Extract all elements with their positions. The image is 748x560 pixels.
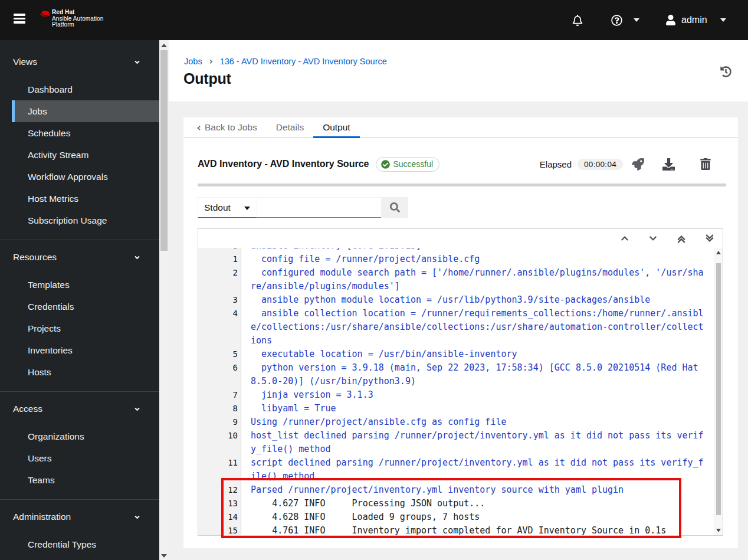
output-scrollbar-thumb[interactable] bbox=[716, 263, 721, 515]
log-line-number: 14 bbox=[198, 510, 238, 524]
status-badge[interactable]: Successful bbox=[376, 157, 439, 172]
output-scrollbar-down-arrow-icon[interactable] bbox=[716, 529, 721, 532]
tab-details[interactable]: Details bbox=[267, 117, 313, 137]
output-search-input[interactable] bbox=[257, 197, 381, 218]
log-line-number: 9 bbox=[198, 415, 238, 429]
sidebar-item-users[interactable]: Users bbox=[12, 447, 159, 469]
log-line-number: 4 bbox=[198, 307, 238, 320]
select-caret-down-icon bbox=[244, 207, 250, 210]
delete-button[interactable] bbox=[700, 158, 711, 170]
sidebar-section-administration[interactable]: Administration bbox=[0, 507, 159, 527]
log-line-text: libyaml = True bbox=[251, 402, 704, 415]
log-line-number: 11 bbox=[198, 456, 238, 470]
log-line-number: 13 bbox=[198, 497, 238, 510]
sidebar-scrollbar-down-arrow-icon[interactable] bbox=[161, 554, 167, 558]
output-log-header bbox=[198, 229, 723, 248]
sidebar-item-templates[interactable]: Templates bbox=[12, 274, 159, 296]
sidebar-item-workflow-approvals[interactable]: Workflow Approvals bbox=[12, 166, 159, 188]
sidebar-section-views[interactable]: Views bbox=[0, 52, 159, 72]
tab-back-to-jobs[interactable]: Back to Jobs bbox=[196, 117, 267, 137]
sidebar-item-credentials[interactable]: Credentials bbox=[12, 296, 159, 317]
chevron-down-icon bbox=[133, 254, 141, 261]
sidebar-item-teams[interactable]: Teams bbox=[12, 469, 159, 491]
scroll-next-button[interactable] bbox=[646, 231, 660, 245]
brand-text: Red Hat Ansible Automation Platform bbox=[52, 9, 103, 28]
scroll-first-button[interactable] bbox=[674, 231, 688, 245]
sidebar-scrollbar-up-arrow-icon[interactable] bbox=[161, 44, 167, 47]
log-line-number: 7 bbox=[198, 388, 238, 402]
help-menu-button[interactable] bbox=[606, 0, 645, 40]
sidebar-item-projects[interactable]: Projects bbox=[12, 317, 159, 339]
search-icon bbox=[390, 202, 400, 212]
redhat-fedora-icon bbox=[40, 10, 50, 18]
log-line-number: 2 bbox=[198, 266, 238, 280]
log-line-text: ansible-inventory [core 2.15.13] bbox=[251, 248, 704, 253]
log-line: 9 Using /runner/project/ansible.cfg as c… bbox=[198, 415, 714, 429]
log-line: 5 executable location = /usr/bin/ansible… bbox=[198, 348, 714, 361]
log-line-text: config file = /runner/project/ansible.cf… bbox=[251, 253, 704, 266]
scroll-previous-button[interactable] bbox=[618, 231, 632, 245]
log-line-text: Parsed /runner/project/inventory.yml inv… bbox=[251, 483, 704, 497]
rocket-icon bbox=[632, 158, 644, 171]
sidebar-divider bbox=[0, 499, 159, 500]
sidebar-scrollbar-thumb[interactable] bbox=[160, 50, 168, 251]
sidebar-item-organizations[interactable]: Organizations bbox=[12, 425, 159, 447]
sidebar-item-subscription-usage[interactable]: Subscription Usage bbox=[12, 209, 159, 231]
sidebar-item-dashboard[interactable]: Dashboard bbox=[12, 78, 159, 100]
log-line-text: 4.627 INFO Processing JSON output... bbox=[251, 497, 704, 510]
notifications-button[interactable] bbox=[566, 0, 589, 40]
sidebar-scrollbar[interactable] bbox=[159, 40, 169, 560]
output-search-button[interactable] bbox=[381, 197, 408, 218]
sidebar-nav-list: Views Dashboard Jobs Schedules Activity … bbox=[0, 40, 159, 560]
output-scrollbar[interactable] bbox=[714, 248, 723, 535]
log-line-text: Using /runner/project/ansible.cfg as con… bbox=[251, 415, 704, 429]
sidebar-item-jobs[interactable]: Jobs bbox=[12, 100, 159, 122]
output-filter-select[interactable]: Stdout bbox=[198, 197, 257, 218]
output-log-box: 0 ansible-inventory [core 2.15.13] 1 con… bbox=[198, 228, 723, 536]
log-line-text: script declined parsing /runner/project/… bbox=[251, 456, 704, 483]
sidebar-divider bbox=[0, 240, 159, 240]
scroll-last-button[interactable] bbox=[703, 231, 717, 245]
history-button[interactable] bbox=[720, 66, 731, 78]
sidebar-item-host-metrics[interactable]: Host Metrics bbox=[12, 188, 159, 209]
nav-toggle-button[interactable] bbox=[11, 11, 28, 28]
download-icon bbox=[662, 158, 675, 171]
page-title: Output bbox=[183, 70, 231, 87]
log-line: 8 libyaml = True bbox=[198, 402, 714, 415]
log-line-text: jinja version = 3.1.3 bbox=[251, 388, 704, 402]
user-menu-button[interactable]: admin bbox=[666, 0, 736, 40]
download-button[interactable] bbox=[662, 158, 675, 171]
double-chevron-up-icon bbox=[677, 234, 685, 243]
breadcrumb-jobs-link[interactable]: Jobs bbox=[184, 57, 202, 66]
sidebar-item-credential-types[interactable]: Credential Types bbox=[12, 533, 159, 555]
output-scrollbar-up-arrow-icon[interactable] bbox=[716, 251, 721, 254]
breadcrumb: Jobs 136 - AVD Inventory - AVD Inventory… bbox=[184, 57, 387, 66]
breadcrumb-job-link[interactable]: 136 - AVD Inventory - AVD Inventory Sour… bbox=[220, 57, 387, 66]
output-log-body[interactable]: 0 ansible-inventory [core 2.15.13] 1 con… bbox=[198, 248, 723, 535]
log-line-text: python version = 3.9.18 (main, Sep 22 20… bbox=[251, 361, 704, 388]
chevron-up-icon bbox=[621, 234, 629, 243]
brand-line-1: Red Hat bbox=[52, 9, 103, 16]
log-line: 7 jinja version = 3.1.3 bbox=[198, 388, 714, 402]
sidebar-section-resources[interactable]: Resources bbox=[0, 247, 159, 267]
main-content: Jobs 136 - AVD Inventory - AVD Inventory… bbox=[169, 40, 748, 560]
job-card: Back to Jobs Details Output AVD Inventor… bbox=[183, 117, 738, 548]
sidebar-item-inventories[interactable]: Inventories bbox=[12, 339, 159, 361]
sidebar-item-schedules[interactable]: Schedules bbox=[12, 122, 159, 144]
log-line-number: 6 bbox=[198, 361, 238, 375]
check-circle-icon bbox=[381, 160, 390, 169]
log-line-number: 5 bbox=[198, 348, 238, 361]
trash-icon bbox=[700, 158, 711, 170]
masthead: Red Hat Ansible Automation Platform admi… bbox=[0, 0, 748, 40]
relaunch-button[interactable] bbox=[632, 158, 644, 171]
sidebar-section-access[interactable]: Access bbox=[0, 399, 159, 419]
log-line: 4 ansible collection location = /runner/… bbox=[198, 307, 714, 348]
breadcrumb-separator-icon bbox=[209, 58, 214, 65]
brand-logo[interactable]: Red Hat Ansible Automation Platform bbox=[40, 9, 103, 28]
log-line-number: 8 bbox=[198, 402, 238, 415]
sidebar-item-hosts[interactable]: Hosts bbox=[12, 361, 159, 383]
log-line: 10 host_list declined parsing /runner/pr… bbox=[198, 429, 714, 456]
tab-output[interactable]: Output bbox=[313, 117, 360, 137]
sidebar-item-activity-stream[interactable]: Activity Stream bbox=[12, 144, 159, 166]
bell-icon bbox=[572, 15, 583, 26]
